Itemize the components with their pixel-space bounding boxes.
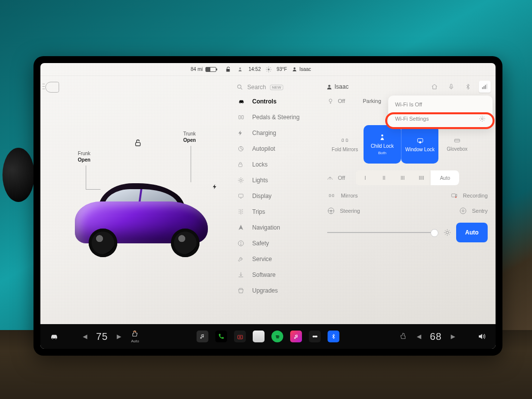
- menu-label: Autopilot: [252, 145, 275, 152]
- steering-wheel-icon: [327, 207, 335, 215]
- profile-chip[interactable]: Isaac: [292, 66, 311, 72]
- menu-label: Software: [252, 271, 275, 278]
- wiper-level-4[interactable]: IIII: [412, 170, 431, 185]
- range-text: 84 mi: [191, 66, 202, 72]
- sun-icon: [266, 66, 271, 72]
- outside-temp: 93°F: [276, 66, 287, 72]
- seat-heater-left[interactable]: Auto: [130, 330, 140, 343]
- svg-point-40: [481, 118, 483, 120]
- svg-rect-11: [135, 142, 140, 146]
- window-lock-button[interactable]: Window Lock: [401, 125, 438, 164]
- svg-rect-19: [239, 164, 242, 167]
- content-profile[interactable]: Isaac: [326, 83, 349, 90]
- app-apple-music[interactable]: [290, 331, 302, 342]
- menu-item-locks[interactable]: Locks: [231, 157, 324, 172]
- menu-item-navigation[interactable]: Navigation: [231, 220, 324, 235]
- sentry-button[interactable]: Sentry: [459, 207, 488, 215]
- menu-item-charging[interactable]: Charging: [231, 125, 324, 141]
- dashcam-icon: [450, 192, 458, 199]
- brightness-auto-button[interactable]: Auto: [456, 223, 488, 242]
- volume-icon[interactable]: [476, 331, 488, 342]
- wifi-status-text: Wi-Fi Is Off: [390, 98, 491, 111]
- menu-item-lights[interactable]: Lights: [231, 172, 324, 188]
- menu-label: Lights: [252, 177, 268, 184]
- trunk-control[interactable]: TrunkOpen: [183, 131, 196, 143]
- svg-rect-17: [242, 116, 244, 119]
- app-bluetooth[interactable]: [328, 331, 339, 342]
- child-lock-icon: [378, 133, 386, 141]
- menu-item-autopilot[interactable]: Autopilot: [231, 141, 324, 157]
- steering-button[interactable]: Steering: [327, 207, 360, 215]
- seat-heater-right[interactable]: [398, 332, 408, 341]
- microphone-icon[interactable]: [445, 81, 457, 93]
- homelink-icon[interactable]: [429, 81, 440, 93]
- svg-rect-29: [239, 194, 243, 198]
- car-controls-icon[interactable]: [48, 331, 60, 342]
- wifi-dropdown: Wi-Fi Is Off Wi-Fi Settings: [388, 96, 493, 128]
- svg-rect-36: [482, 87, 483, 89]
- mirrors-button[interactable]: Mirrors: [327, 192, 358, 199]
- scroll-wheel: [2, 148, 34, 202]
- svg-point-12: [237, 85, 241, 88]
- glovebox-button[interactable]: Glovebox: [438, 125, 476, 164]
- svg-line-27: [239, 182, 239, 182]
- temp-up-right[interactable]: ▶: [451, 333, 455, 340]
- search-row[interactable]: Search NEW: [231, 81, 324, 94]
- wiper-level-segmented[interactable]: I II III IIII Auto: [356, 170, 459, 185]
- menu-item-software[interactable]: Software: [231, 267, 324, 283]
- svg-point-52: [460, 208, 466, 214]
- svg-rect-37: [484, 86, 485, 89]
- headlights-button[interactable]: [45, 82, 59, 93]
- driver-temp[interactable]: 75: [96, 331, 108, 342]
- bluetooth-icon[interactable]: [462, 81, 474, 93]
- temp-up-left[interactable]: ▶: [117, 333, 121, 340]
- svg-point-1: [267, 68, 269, 70]
- menu-item-safety[interactable]: Safety: [231, 235, 324, 251]
- wiper-level-2[interactable]: II: [374, 170, 393, 185]
- svg-line-13: [241, 88, 242, 90]
- wipers-toggle[interactable]: Off: [326, 174, 345, 181]
- menu-item-pedals[interactable]: Pedals & Steering: [231, 109, 324, 125]
- app-phone[interactable]: [215, 331, 227, 342]
- unlock-icon[interactable]: [134, 139, 142, 147]
- menu-item-display[interactable]: Display: [231, 188, 324, 204]
- svg-line-28: [242, 178, 243, 179]
- lights-toggle[interactable]: Off: [327, 98, 345, 104]
- passenger-temp[interactable]: 68: [430, 331, 442, 342]
- svg-rect-39: [487, 84, 488, 89]
- recording-button[interactable]: Recording: [450, 192, 488, 199]
- window-lock-icon: [416, 137, 424, 145]
- frunk-control[interactable]: FrunkOpen: [78, 151, 91, 163]
- app-music[interactable]: [197, 331, 208, 342]
- menu-item-controls[interactable]: Controls: [231, 94, 324, 109]
- app-spotify[interactable]: [271, 331, 283, 342]
- fold-mirrors-button[interactable]: Fold Mirrors: [326, 125, 364, 164]
- app-all-apps[interactable]: •••: [309, 331, 321, 342]
- menu-label: Charging: [252, 130, 276, 136]
- temp-down-right[interactable]: ◀: [417, 333, 421, 340]
- menu-item-upgrades[interactable]: Upgrades: [231, 283, 324, 299]
- svg-line-6: [266, 67, 267, 68]
- brightness-slider[interactable]: [327, 232, 438, 233]
- wiper-auto[interactable]: Auto: [431, 170, 459, 185]
- sentry-icon: [459, 207, 467, 215]
- temp-down-left[interactable]: ◀: [83, 333, 87, 340]
- wiper-level-1[interactable]: I: [356, 170, 374, 185]
- lock-status-icon[interactable]: [225, 66, 232, 73]
- child-lock-button[interactable]: Child Lock Both: [364, 125, 401, 164]
- wiper-level-3[interactable]: III: [393, 170, 412, 185]
- menu-item-trips[interactable]: Trips: [231, 204, 324, 220]
- wifi-settings-button[interactable]: Wi-Fi Settings: [390, 111, 491, 126]
- svg-point-0: [239, 67, 241, 69]
- svg-rect-38: [485, 85, 486, 89]
- app-camera[interactable]: [234, 331, 246, 342]
- svg-line-9: [270, 67, 270, 68]
- menu-item-service[interactable]: Service: [231, 251, 324, 267]
- svg-rect-45: [419, 141, 421, 143]
- charging-icon: [237, 130, 246, 136]
- app-calendar[interactable]: [253, 331, 265, 342]
- cellular-icon[interactable]: [479, 81, 491, 93]
- pedals-icon: [237, 114, 246, 121]
- car-visualization: FrunkOpen TrunkOpen: [40, 76, 231, 324]
- menu-label: Controls: [252, 98, 276, 105]
